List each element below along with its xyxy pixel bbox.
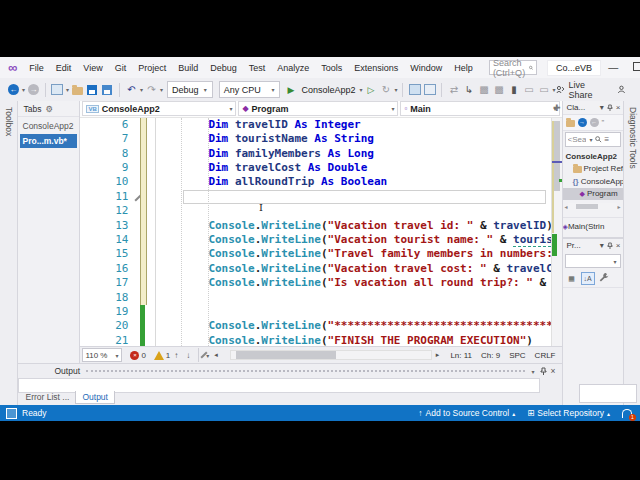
redo-dropdown-icon[interactable]: ▾ — [160, 86, 163, 93]
code-line[interactable]: Console.WriteLine("Is vacation all round… — [155, 276, 551, 290]
navigate-back-icon[interactable]: ← — [7, 83, 20, 97]
start-debugging-icon[interactable]: ▶ — [284, 83, 297, 97]
find-in-files-icon[interactable]: ▩ — [477, 83, 490, 97]
tab-group-label[interactable]: ConsoleApp2 — [18, 117, 80, 133]
error-count[interactable]: 0 — [141, 351, 145, 360]
tabs-settings-gear-icon[interactable]: ⚙ — [45, 104, 53, 114]
categorized-icon[interactable]: ▦ — [566, 273, 578, 284]
search-input[interactable]: Search (Ctrl+Q) — [489, 60, 537, 75]
code-line[interactable]: Console.WriteLine("Vacation travel cost:… — [155, 262, 551, 276]
line-number[interactable]: 21 — [80, 334, 132, 346]
code-line[interactable]: Console.WriteLine("*********************… — [155, 319, 551, 333]
undo-icon[interactable]: ↶ — [125, 83, 138, 97]
notifications-button[interactable]: 1 — [622, 409, 632, 418]
select-repository-button[interactable]: ⊞ Select Repository ▴ — [527, 408, 610, 418]
menu-view[interactable]: View — [77, 63, 108, 73]
start-button-label[interactable]: ConsoleApp2 — [301, 85, 355, 95]
hot-reload-icon[interactable]: ↻ — [379, 83, 392, 97]
menu-edit[interactable]: Edit — [50, 63, 78, 73]
code-line[interactable]: Console.WriteLine("Travel family members… — [155, 247, 551, 261]
line-number[interactable]: 17 — [80, 276, 132, 290]
line-number[interactable]: 20 — [80, 319, 132, 333]
maximize-button[interactable] — [625, 62, 640, 73]
code-line[interactable]: Dim familyMembers As Long — [155, 147, 551, 161]
next-issue-icon[interactable]: ↓ — [186, 351, 190, 360]
step-over-icon[interactable]: ⇄ — [447, 83, 460, 97]
line-number[interactable]: 13 — [80, 219, 132, 233]
navigate-forward-icon[interactable]: → — [27, 83, 40, 97]
bottom-tab-error-list-[interactable]: Error List ... — [20, 391, 76, 404]
code-line[interactable]: Console.WriteLine("Vacation tourist name… — [155, 233, 551, 247]
editor-vertical-scrollbar[interactable] — [551, 118, 562, 346]
save-all-icon[interactable] — [101, 83, 114, 97]
add-to-source-control-button[interactable]: ↑ Add to Source Control ▴ — [418, 408, 515, 418]
editor-zoom-select[interactable]: 110 %▾ — [82, 348, 122, 362]
minimize-button[interactable]: — — [601, 62, 625, 73]
split-editor-icon[interactable]: ✚ — [553, 103, 561, 113]
navbar-member-select[interactable]: ▫ Main ▾ — [400, 101, 560, 116]
code-editor[interactable]: 6789101112131415161718192021 Dim travelI… — [80, 118, 561, 346]
properties-dropdown-icon[interactable]: ▾ — [600, 241, 604, 250]
forward-nav-icon[interactable]: → — [578, 118, 587, 127]
new-project-icon[interactable] — [51, 83, 64, 97]
code-line[interactable]: Dim travelCost As Double — [155, 161, 551, 175]
pin-icon[interactable] — [607, 104, 613, 112]
class-view-search-input[interactable]: <Sea ▾ ≡ — [565, 132, 621, 147]
toolbar-overflow-icon[interactable]: ▾ — [552, 86, 555, 93]
tab-document-programvb[interactable]: Pro...m.vb* — [20, 134, 78, 148]
line-ending-indicator[interactable]: CRLF — [535, 351, 556, 360]
class-view-member-row[interactable]: ◈ Main(Strin — [563, 217, 623, 233]
output-options-dropdown-icon[interactable]: ▾ — [532, 368, 535, 375]
line-number[interactable]: 9 — [80, 161, 132, 175]
navigate-back-dropdown-icon[interactable]: ▾ — [22, 86, 25, 93]
line-number[interactable]: 6 — [80, 118, 132, 132]
navbar-class-select[interactable]: ◆ Program ▾ — [238, 101, 398, 116]
code-line[interactable] — [155, 305, 551, 319]
code-line[interactable] — [155, 204, 551, 218]
class-view-node-program[interactable]: ◆Program — [563, 188, 623, 201]
line-number[interactable]: 12 — [80, 204, 132, 218]
line-number[interactable]: 19 — [80, 305, 132, 319]
bookmark-prev-icon[interactable]: ▭ — [522, 83, 535, 97]
line-number[interactable]: 14 — [80, 233, 132, 247]
break-all-icon[interactable] — [408, 83, 421, 97]
menu-tools[interactable]: Tools — [315, 63, 348, 73]
menu-help[interactable]: Help — [448, 63, 479, 73]
code-line[interactable]: Console.WriteLine("FINISH THE PROGRAM EX… — [155, 334, 551, 346]
start-without-debugging-icon[interactable]: ▷ — [364, 83, 377, 97]
line-number[interactable]: 10 — [80, 175, 132, 189]
pin-icon[interactable] — [540, 367, 547, 376]
alphabetical-sort-icon[interactable]: ↓A — [581, 272, 595, 285]
toolbox-tab[interactable]: Toolbox — [4, 107, 14, 136]
code-line[interactable] — [155, 291, 551, 305]
properties-header[interactable]: Pr... ▾ × — [563, 239, 623, 252]
class-view-node-project-refer[interactable]: Project Refer — [563, 163, 623, 176]
line-number[interactable]: 7 — [80, 132, 132, 146]
output-panel-header[interactable]: Output ▾ × — [18, 364, 562, 378]
class-view-dropdown-icon[interactable]: ▾ — [600, 103, 604, 112]
back-nav-icon[interactable]: ← — [590, 118, 599, 127]
toolbar-overflow-icon[interactable]: ” — [602, 118, 605, 127]
class-view-close-icon[interactable]: × — [616, 103, 621, 112]
menu-test[interactable]: Test — [243, 63, 272, 73]
step-into-icon[interactable]: ↳ — [462, 83, 475, 97]
hot-reload-dropdown-icon[interactable]: ▾ — [394, 86, 397, 93]
hscrollbar-thumb[interactable] — [576, 204, 598, 209]
bookmark-icon[interactable]: ▮ — [507, 83, 520, 97]
bookmark-next-icon[interactable]: ▭ — [537, 83, 550, 97]
start-dropdown-icon[interactable]: ▾ — [359, 86, 362, 93]
menu-analyze[interactable]: Analyze — [271, 63, 315, 73]
line-number[interactable]: 16 — [80, 262, 132, 276]
solution-configuration-select[interactable]: Debug▾ — [167, 81, 213, 98]
hscrollbar-thumb[interactable] — [236, 351, 336, 359]
error-count-icon[interactable]: × — [130, 351, 139, 360]
search-icon[interactable] — [595, 136, 602, 143]
spaces-indicator[interactable]: SPC — [509, 351, 525, 360]
pin-icon[interactable] — [607, 242, 613, 250]
bottom-tab-output[interactable]: Output — [75, 391, 115, 404]
search-history-dropdown-icon[interactable]: ▾ — [589, 136, 592, 143]
line-number[interactable]: 11 — [80, 190, 132, 204]
navbar-project-select[interactable]: VB ConsoleApp2 ▾ — [82, 101, 236, 116]
background-tasks-icon[interactable] — [6, 408, 17, 419]
save-icon[interactable] — [86, 83, 99, 97]
